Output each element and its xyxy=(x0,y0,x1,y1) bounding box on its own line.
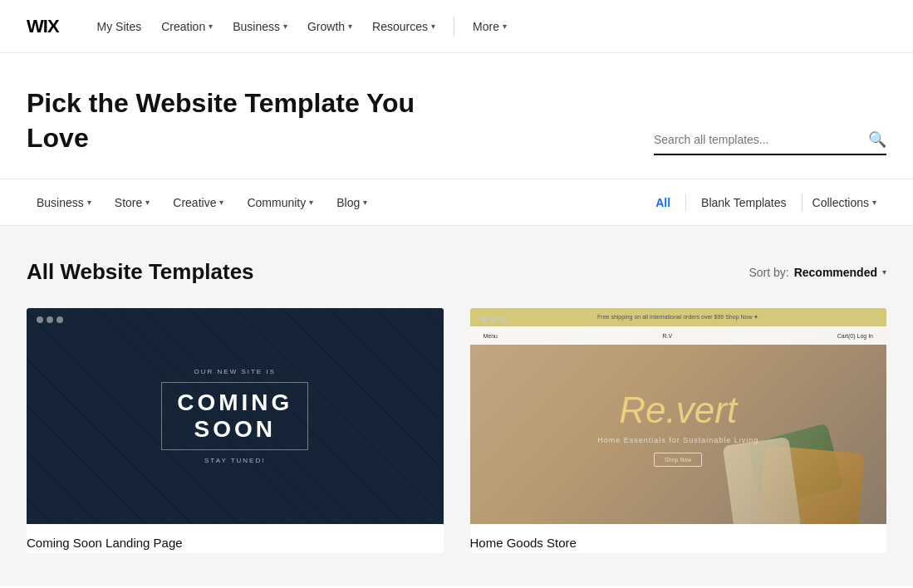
dot-5 xyxy=(490,316,497,323)
sort-chevron: ▾ xyxy=(882,267,886,277)
template-thumbnail-home-goods: Free shipping on all international order… xyxy=(470,308,887,524)
coming-soon-text-content: OUR NEW SITE IS COMINGSOON STAY TUNED! xyxy=(161,368,308,464)
filter-creative[interactable]: Creative ▾ xyxy=(163,191,233,214)
sort-by-label: Sort by: xyxy=(749,266,788,279)
filter-right: All Blank Templates Collections ▾ xyxy=(641,191,886,214)
dot-6 xyxy=(500,316,507,323)
home-goods-navbar: Menu R.V Cart(0) Log In xyxy=(470,326,887,345)
search-input[interactable] xyxy=(654,133,861,146)
template-name-coming-soon: Coming Soon Landing Page xyxy=(27,524,444,553)
section-title: All Website Templates xyxy=(27,259,254,285)
creation-chevron: ▾ xyxy=(209,22,213,31)
nav-divider xyxy=(454,17,454,37)
home-goods-background: Free shipping on all international order… xyxy=(470,308,887,524)
content-header: All Website Templates Sort by: Recommend… xyxy=(27,259,886,285)
nav-creation[interactable]: Creation ▾ xyxy=(153,13,221,40)
sort-by[interactable]: Sort by: Recommended ▾ xyxy=(749,266,886,279)
hero-title: Pick the Website Template You Love xyxy=(27,86,459,155)
more-chevron: ▾ xyxy=(503,22,507,31)
filter-bar: Business ▾ Store ▾ Creative ▾ Community … xyxy=(0,179,913,226)
business-chevron: ▾ xyxy=(283,22,287,31)
top-nav: WIX My Sites Creation ▾ Business ▾ Growt… xyxy=(0,0,913,53)
filter-all[interactable]: All xyxy=(641,191,685,214)
filter-blank-templates[interactable]: Blank Templates xyxy=(686,191,801,214)
main-content: All Website Templates Sort by: Recommend… xyxy=(0,226,913,586)
filter-collections[interactable]: Collections ▾ xyxy=(803,191,886,214)
home-goods-nav-logo: R.V xyxy=(663,333,673,339)
community-filter-chevron: ▾ xyxy=(309,198,313,207)
search-wrapper: 🔍 xyxy=(654,130,886,155)
collections-chevron: ▾ xyxy=(872,198,876,207)
growth-chevron: ▾ xyxy=(348,22,352,31)
wix-logo[interactable]: WIX xyxy=(27,16,59,37)
home-goods-nav-cart: Cart(0) Log In xyxy=(837,333,873,339)
blog-filter-chevron: ▾ xyxy=(363,198,367,207)
nav-resources[interactable]: Resources ▾ xyxy=(364,13,444,40)
store-filter-chevron: ▾ xyxy=(145,198,150,207)
business-filter-chevron: ▾ xyxy=(87,198,91,207)
filter-store[interactable]: Store ▾ xyxy=(105,191,160,214)
coming-soon-sub-text: STAY TUNED! xyxy=(161,457,308,464)
template-name-home-goods: Home Goods Store xyxy=(470,524,887,553)
nav-links: My Sites Creation ▾ Business ▾ Growth ▾ … xyxy=(89,13,886,40)
home-goods-promo-bar: Free shipping on all international order… xyxy=(470,308,887,326)
dot-4 xyxy=(480,316,487,323)
filter-business[interactable]: Business ▾ xyxy=(27,191,101,214)
filter-categories: Business ▾ Store ▾ Creative ▾ Community … xyxy=(27,191,641,214)
home-goods-nav-menu: Menu xyxy=(483,333,498,339)
nav-more[interactable]: More ▾ xyxy=(464,13,515,40)
dot-3 xyxy=(56,316,63,323)
filter-community[interactable]: Community ▾ xyxy=(237,191,323,214)
nav-my-sites[interactable]: My Sites xyxy=(89,13,150,40)
search-icon[interactable]: 🔍 xyxy=(868,130,886,149)
coming-soon-main-text: COMINGSOON xyxy=(161,382,308,450)
template-card-home-goods[interactable]: Free shipping on all international order… xyxy=(470,308,887,553)
creative-filter-chevron: ▾ xyxy=(219,198,223,207)
template-card-coming-soon[interactable]: OUR NEW SITE IS COMINGSOON STAY TUNED! C… xyxy=(27,308,444,553)
coming-soon-background: OUR NEW SITE IS COMINGSOON STAY TUNED! xyxy=(27,308,444,524)
template-grid: OUR NEW SITE IS COMINGSOON STAY TUNED! C… xyxy=(27,308,886,553)
coming-soon-pre-text: OUR NEW SITE IS xyxy=(161,368,308,375)
home-goods-brand-title: Re.vert xyxy=(597,390,758,430)
home-goods-subtitle: Home Essentials for Sustainable Living xyxy=(597,436,758,444)
nav-growth[interactable]: Growth ▾ xyxy=(299,13,361,40)
filter-blog[interactable]: Blog ▾ xyxy=(326,191,377,214)
nav-business[interactable]: Business ▾ xyxy=(224,13,296,40)
home-goods-shop-btn: Shop Now xyxy=(654,453,702,467)
home-goods-text-content: Re.vert Home Essentials for Sustainable … xyxy=(597,390,758,466)
template-thumbnail-coming-soon: OUR NEW SITE IS COMINGSOON STAY TUNED! xyxy=(27,308,444,524)
dot-2 xyxy=(47,316,53,323)
window-dots-2 xyxy=(480,316,507,323)
window-dots xyxy=(37,316,63,323)
hero-section: Pick the Website Template You Love 🔍 xyxy=(0,53,913,179)
resources-chevron: ▾ xyxy=(431,22,435,31)
sort-by-value: Recommended xyxy=(794,266,877,279)
dot-1 xyxy=(37,316,43,323)
